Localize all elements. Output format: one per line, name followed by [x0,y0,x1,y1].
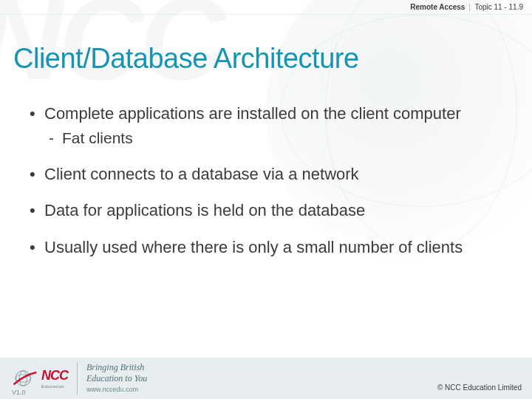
sub-bullet-item: Fat clients [44,129,504,148]
footer-logo-group: NCC Education Bringing British Education… [12,362,147,394]
footer: NCC Education Bringing British Education… [0,358,532,399]
bullet-text: Complete applications are installed on t… [44,104,461,123]
slide-body: Complete applications are installed on t… [28,103,504,273]
bullet-item: Data for applications is held on the dat… [28,200,504,221]
topbar-separator [469,4,470,11]
ncc-logo: NCC Education [12,368,68,389]
sub-bullet-text: Fat clients [62,129,133,146]
topbar-section: Remote Access [410,3,465,11]
bullet-item: Client connects to a database via a netw… [28,164,504,185]
bullet-text: Usually used where there is only a small… [44,238,463,256]
slide: NCC Remote Access Topic 11 - 11.9 Client… [0,0,532,399]
ncc-logo-subtext: Education [41,384,68,389]
version-label: V1.0 [12,389,26,396]
slide-title: Client/Database Architecture [13,43,359,75]
bullet-item: Complete applications are installed on t… [28,103,504,148]
bullet-text: Client connects to a database via a netw… [44,165,359,183]
topbar: Remote Access Topic 11 - 11.9 [0,0,532,15]
bullet-item: Usually used where there is only a small… [28,237,504,258]
bullet-text: Data for applications is held on the dat… [44,201,365,219]
ncc-logo-text-wrap: NCC Education [41,368,68,389]
footer-tagline: Bringing British Education to You www.nc… [77,362,147,394]
footer-url: www.nccedu.com [86,386,147,394]
copyright-label: © NCC Education Limited [437,383,522,392]
topbar-topic: Topic 11 - 11.9 [474,3,523,11]
ncc-logo-text: NCC [41,368,68,383]
tagline-line-1: Bringing British [86,362,147,373]
tagline-line-2: Education to You [86,373,147,384]
globe-swoosh-icon [12,369,37,388]
